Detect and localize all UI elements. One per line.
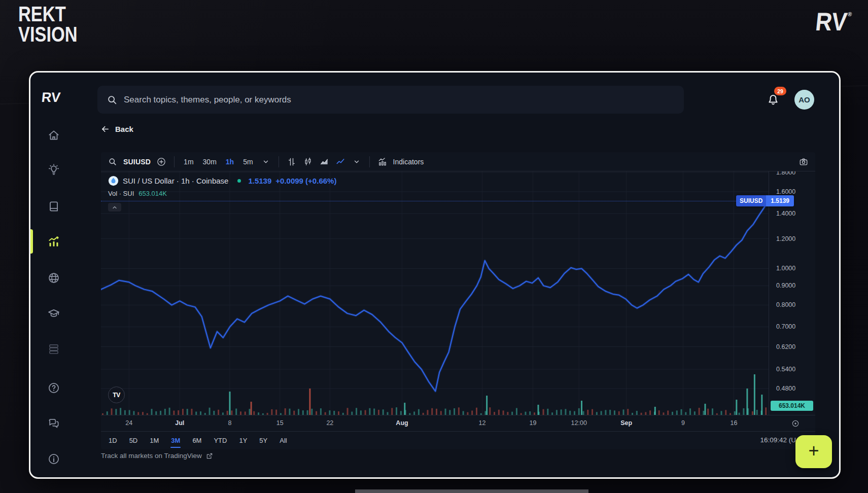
chat-icon [47,416,60,430]
sidebar-item-markets[interactable] [47,235,60,249]
time-axis-label: 12:00 [571,419,587,427]
range-button-3M[interactable]: 3M [170,435,181,446]
volume-legend[interactable]: Vol · SUI 653.014K [108,190,167,197]
chart-icon [47,235,60,249]
current-price-line [101,201,769,201]
legend-change: +0.0099 (+0.66%) [275,177,336,185]
search-input[interactable] [124,95,675,105]
legend-collapse-button[interactable] [108,203,121,212]
sidebar-item-data[interactable] [47,342,60,356]
sidebar-item-about[interactable] [47,452,60,466]
globe-icon [47,271,60,285]
symbol-label: SUIUSD [123,158,151,166]
sidebar-item-library[interactable] [47,200,60,213]
plus-icon: + [808,442,819,460]
time-axis-label: Sep [620,419,632,427]
style-chevron-button[interactable] [351,156,362,167]
interval-button-1h[interactable]: 1h [224,157,236,167]
last-price-tag: SUIUSD 1.5139 [736,195,794,206]
interval-chevron-button[interactable] [260,156,271,167]
time-axis-label: 22 [326,419,333,427]
price-axis-label: 1.4000 [769,210,815,217]
external-link-icon [206,452,213,460]
price-axis-label: 0.4800 [769,385,815,392]
graduation-icon [47,307,60,320]
add-floating-button[interactable]: + [795,435,832,468]
lightbulb-icon [47,163,60,177]
chart-toolbar: SUIUSD 1m30m1h5m Indicators [101,152,815,171]
chart-plot-area[interactable]: SUI / US Dollar · 1h · Coinbase 1.5139 +… [101,171,769,415]
range-button-1M[interactable]: 1M [149,435,159,446]
price-axis-label: 1.6000 [769,188,815,195]
axis-settings-icon[interactable] [791,419,800,428]
attribution-text: Track all markets on TradingView [101,452,202,460]
chart-legend[interactable]: SUI / US Dollar · 1h · Coinbase 1.5139 +… [108,175,336,186]
sidebar-item-explore[interactable] [47,271,60,285]
rekt-vision-logo: REKT VISION [18,4,78,45]
volume-label: Vol · SUI [108,190,134,197]
interval-button-1m[interactable]: 1m [182,157,195,167]
legend-price: 1.5139 [248,177,271,185]
time-axis-label: Aug [396,419,408,427]
price-axis-label: 0.9000 [769,282,815,289]
indicators-button[interactable]: Indicators [377,156,424,167]
rekt-vision-logo-line2: VISION [18,24,78,45]
bars-style-icon[interactable] [286,156,297,167]
tradingview-logo[interactable]: TV [108,386,125,403]
price-axis-label: 0.6200 [769,343,815,350]
interval-button-30m[interactable]: 30m [201,157,219,167]
price-axis-label: 1.0000 [769,265,815,272]
price-axis-label: 1.2000 [769,235,815,242]
help-icon [47,381,60,395]
volume-value: 653.014K [138,190,167,197]
sidebar-item-academy[interactable] [47,307,60,320]
home-icon [47,129,60,142]
time-axis[interactable]: 24Jul81522Aug121912:00Sep916 [101,415,815,431]
chart-clock[interactable]: 16:09:42 (U [760,436,796,444]
toolbar-divider [369,156,370,167]
range-button-All[interactable]: All [279,435,287,446]
range-button-5Y[interactable]: 5Y [259,435,268,446]
range-button-1Y[interactable]: 1Y [238,435,248,446]
time-axis-label: 19 [529,419,536,427]
rv-corner-logo: RV® [814,7,852,37]
tradingview-attribution-link[interactable]: Track all markets on TradingView [101,452,213,460]
snapshot-camera-button[interactable] [798,156,809,167]
range-button-1D[interactable]: 1D [108,435,118,446]
legend-title: SUI / US Dollar · 1h · Coinbase [123,177,228,185]
symbol-search-button[interactable]: SUIUSD [107,156,151,167]
sidebar-item-ideas[interactable] [47,163,60,177]
market-status-dot [237,179,241,183]
sidebar-item-help[interactable] [47,381,60,395]
sidebar-item-home[interactable] [47,129,60,142]
toolbar-divider [279,156,279,167]
sidebar-item-chat[interactable] [47,416,60,430]
range-button-6M[interactable]: 6M [192,435,202,446]
price-axis[interactable]: 1.80001.60001.40001.20001.00000.90000.80… [769,171,815,415]
tradingview-widget: SUIUSD 1m30m1h5m Indicators [101,152,815,449]
range-button-YTD[interactable]: YTD [213,435,227,446]
interval-button-5m[interactable]: 5m [241,157,255,167]
price-axis-label: 0.5400 [769,366,815,373]
price-tag-value: 1.5139 [766,195,794,206]
sidebar-active-indicator [30,229,33,254]
time-axis-label: 16 [731,419,738,427]
back-button[interactable]: Back [100,124,133,134]
date-range-bar: 1D5D1M3M6MYTD1Y5YAll [101,431,815,449]
user-avatar[interactable]: AO [794,90,814,110]
range-button-5D[interactable]: 5D [129,435,138,446]
chevron-up-icon [112,204,118,210]
sidebar-rv-logo: RV [41,90,61,105]
arrow-left-icon [100,124,110,134]
price-axis-label: 0.8000 [769,301,815,308]
candles-style-icon[interactable] [302,156,314,167]
indicators-label: Indicators [393,158,424,166]
line-style-icon-active[interactable] [335,156,346,167]
search-bar[interactable] [97,86,684,114]
area-style-icon[interactable] [319,156,330,167]
compare-add-button[interactable] [156,156,167,167]
indicators-icon [377,156,388,167]
price-tag-symbol: SUIUSD [736,195,766,206]
symbol-search-icon [107,156,118,167]
background-footer-strip [355,489,588,493]
